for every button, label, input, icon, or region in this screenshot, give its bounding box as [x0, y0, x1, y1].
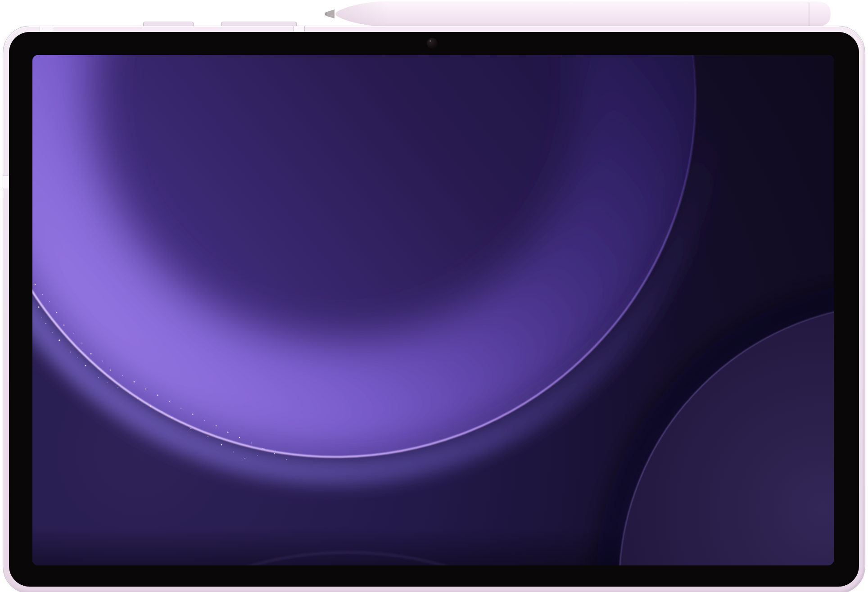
sparkle-dot [110, 370, 111, 371]
sparkle-dot [35, 284, 36, 285]
sparkle-dot [233, 452, 234, 452]
sparkle-dot [262, 448, 263, 449]
sparkle-dot [42, 294, 43, 295]
s-pen-cone-shading [336, 1, 390, 27]
sparkle-dot [204, 420, 205, 421]
sparkle-dot [257, 455, 258, 456]
sparkle-dot [90, 353, 92, 355]
sparkle-dot [227, 431, 228, 433]
product-photo [0, 0, 868, 592]
antenna-line-top-mid [293, 26, 305, 32]
sparkle-dot [52, 332, 53, 333]
s-pen-stylus [322, 0, 837, 29]
antenna-line-top-left [40, 26, 53, 32]
sparkle-dot [45, 323, 46, 324]
s-pen-cap-seam [809, 2, 809, 26]
sparkle-dot [63, 325, 65, 326]
sparkle-dot [208, 436, 208, 437]
sparkle-dot [102, 361, 103, 362]
sparkle-dot [216, 425, 217, 427]
sparkle-dot [122, 375, 123, 376]
sparkle-dot [59, 339, 60, 341]
sparkle-dot [169, 401, 170, 402]
sparkle-dot [73, 333, 74, 334]
sparkle-dot [145, 389, 146, 389]
sparkle-dot [85, 365, 86, 366]
front-camera-icon [427, 38, 438, 49]
sparkle-dot [56, 312, 58, 313]
sparkle-dot [70, 352, 71, 352]
sparkle-dot [239, 437, 240, 438]
sparkle-dot [118, 387, 118, 388]
sparkle-dot [81, 343, 82, 343]
sparkle-dot [244, 458, 245, 459]
sparkle-dot [274, 453, 276, 455]
sparkle-dot [192, 414, 194, 415]
sparkle-dot [38, 306, 39, 307]
sparkle-dot [150, 406, 151, 407]
wallpaper-art [32, 55, 834, 565]
sparkle-dot [129, 393, 130, 394]
sparkle-dot [251, 443, 252, 443]
sparkle-dot [190, 428, 191, 429]
sparkle-dot [162, 411, 163, 412]
antenna-line-left [3, 176, 9, 189]
sparkle-dot [107, 382, 108, 383]
sparkle-dot [181, 408, 181, 409]
display-screen [32, 55, 834, 565]
sparkle-dot [49, 301, 50, 302]
s-pen-tip-point [325, 13, 327, 15]
sparkle-dot [41, 317, 42, 318]
sparkle-dot [221, 444, 222, 446]
sparkle-dot [172, 417, 172, 418]
sparkle-dot [137, 398, 138, 399]
s-pen-body [336, 1, 831, 27]
sparkle-dot [98, 377, 99, 378]
sparkle-dot [185, 424, 186, 425]
sparkle-dot [157, 394, 158, 396]
sparkle-dot [77, 357, 78, 358]
sparkle-dot [286, 459, 287, 460]
sparkle-dot [134, 381, 135, 383]
